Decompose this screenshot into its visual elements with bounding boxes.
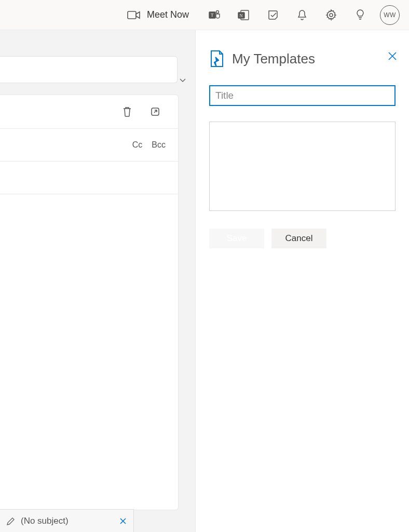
svg-rect-0 <box>128 11 136 19</box>
teams-icon[interactable]: T <box>200 0 229 30</box>
draft-tab[interactable]: (No subject) <box>0 509 134 532</box>
compose-card: Cc Bcc <box>0 95 179 510</box>
template-body-input[interactable] <box>209 122 396 211</box>
draft-tab-label: (No subject) <box>21 516 69 526</box>
my-templates-panel: My Templates Save Cancel <box>195 30 409 532</box>
panel-button-row: Save Cancel <box>209 229 396 248</box>
delete-icon[interactable] <box>122 106 132 117</box>
template-title-input[interactable] <box>209 85 396 106</box>
compose-from-field[interactable] <box>0 56 178 83</box>
popout-icon[interactable] <box>150 107 160 117</box>
top-icon-group: T N <box>200 0 405 30</box>
meet-now-label: Meet Now <box>147 9 189 20</box>
close-icon[interactable] <box>387 51 398 61</box>
todo-icon[interactable] <box>258 0 288 30</box>
template-page-icon <box>209 50 225 68</box>
cancel-button[interactable]: Cancel <box>271 229 326 248</box>
panel-header: My Templates <box>209 50 396 68</box>
svg-point-8 <box>330 14 333 17</box>
main-canvas: Cc Bcc My Templates Save <box>0 30 409 532</box>
recipients-row[interactable]: Cc Bcc <box>0 129 178 161</box>
compose-toolbar <box>0 95 178 128</box>
svg-point-3 <box>216 10 219 13</box>
close-draft-icon[interactable] <box>119 517 127 525</box>
svg-text:T: T <box>211 12 214 18</box>
settings-icon[interactable] <box>317 0 346 30</box>
avatar-initials: WW <box>384 11 396 19</box>
panel-title: My Templates <box>232 51 315 67</box>
top-command-bar: Meet Now T N <box>0 0 409 30</box>
save-button[interactable]: Save <box>209 229 264 248</box>
tips-lightbulb-icon[interactable] <box>346 0 375 30</box>
chevron-down-icon[interactable] <box>179 76 187 84</box>
cc-button[interactable]: Cc <box>132 140 143 150</box>
meet-now-button[interactable]: Meet Now <box>127 9 189 20</box>
video-camera-icon <box>127 10 141 20</box>
subject-row[interactable] <box>0 162 178 194</box>
svg-text:N: N <box>240 12 243 18</box>
onenote-feed-icon[interactable]: N <box>229 0 258 30</box>
account-avatar[interactable]: WW <box>380 5 400 25</box>
pencil-icon <box>6 516 16 526</box>
bcc-button[interactable]: Bcc <box>152 140 166 150</box>
notifications-icon[interactable] <box>288 0 317 30</box>
